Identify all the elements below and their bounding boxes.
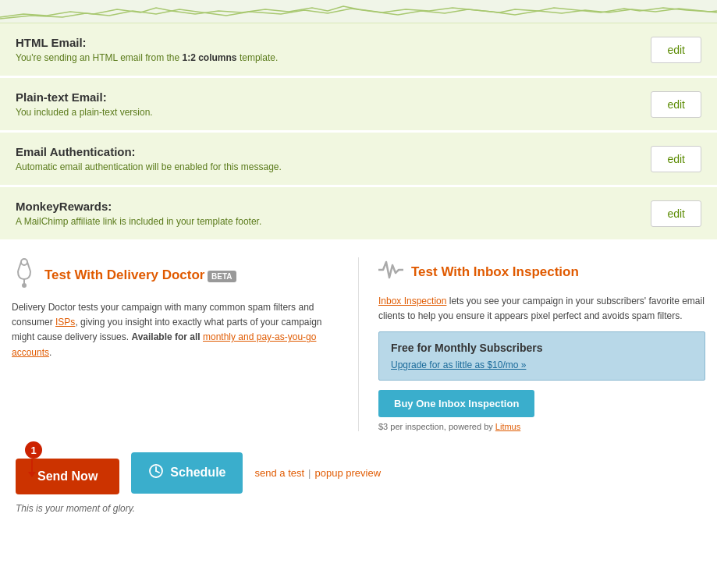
powered-by-text: $3 per inspection, powered by Litmus bbox=[378, 422, 705, 431]
delivery-doctor-desc: Delivery Doctor tests your campaign with… bbox=[12, 300, 339, 360]
inbox-inspection-desc: Inbox Inspection lets you see your campa… bbox=[378, 294, 705, 324]
email-auth-row: Email Authentication: Automatic email au… bbox=[0, 133, 717, 187]
svg-point-0 bbox=[21, 259, 27, 265]
html-email-edit-button[interactable]: edit bbox=[651, 37, 701, 63]
badge-arrow bbox=[31, 459, 33, 473]
send-now-wrapper: 1 Send Now bbox=[16, 451, 119, 494]
inbox-inspection-link[interactable]: Inbox Inspection bbox=[378, 296, 446, 306]
action-bar: 1 Send Now Schedule send a test | popup … bbox=[0, 439, 717, 498]
inbox-inspection-header: Test With Inbox Inspection bbox=[378, 257, 705, 286]
monkey-rewards-edit-button[interactable]: edit bbox=[651, 200, 701, 227]
action-links: send a test | popup preview bbox=[254, 467, 381, 479]
inbox-inspection-icon bbox=[378, 257, 403, 286]
delivery-doctor-header: Test With Delivery Doctor BETA bbox=[12, 257, 339, 292]
monkey-rewards-content: MonkeyRewards: A MailChimp affiliate lin… bbox=[16, 200, 261, 227]
top-decorative-bar bbox=[0, 0, 717, 23]
section-divider bbox=[358, 257, 359, 431]
inbox-free-box: Free for Monthly Subscribers Upgrade for… bbox=[378, 331, 705, 381]
delivery-doctor-title: Test With Delivery Doctor bbox=[44, 267, 204, 282]
popup-preview-link[interactable]: popup preview bbox=[314, 467, 381, 479]
glory-text: This is your moment of glory. bbox=[0, 498, 717, 526]
delivery-doctor-col: Test With Delivery Doctor BETA Delivery … bbox=[12, 257, 339, 431]
email-auth-desc: Automatic email authentication will be e… bbox=[16, 161, 282, 172]
info-sections: HTML Email: You're sending an HTML email… bbox=[0, 23, 717, 242]
litmus-link[interactable]: Litmus bbox=[495, 422, 520, 431]
email-auth-edit-button[interactable]: edit bbox=[651, 146, 701, 172]
plaintext-email-edit-button[interactable]: edit bbox=[651, 91, 701, 118]
svg-line-7 bbox=[156, 471, 159, 473]
monkey-rewards-title: MonkeyRewards: bbox=[16, 200, 261, 213]
beta-badge: BETA bbox=[208, 271, 236, 282]
svg-line-2 bbox=[27, 262, 30, 271]
schedule-button[interactable]: Schedule bbox=[131, 452, 243, 494]
inbox-inspection-col: Test With Inbox Inspection Inbox Inspect… bbox=[378, 257, 705, 431]
test-section: Test With Delivery Doctor BETA Delivery … bbox=[0, 242, 717, 439]
upgrade-link[interactable]: Upgrade for as little as $10/mo » bbox=[391, 360, 526, 370]
inbox-inspection-title: Test With Inbox Inspection bbox=[411, 264, 579, 280]
delivery-doctor-title-group: Test With Delivery Doctor BETA bbox=[44, 267, 236, 283]
delivery-doctor-icon bbox=[12, 257, 37, 292]
buy-inbox-inspection-button[interactable]: Buy One Inbox Inspection bbox=[378, 390, 534, 417]
monkey-rewards-row: MonkeyRewards: A MailChimp affiliate lin… bbox=[0, 187, 717, 242]
send-test-link[interactable]: send a test bbox=[254, 467, 304, 479]
html-email-desc: You're sending an HTML email from the 1:… bbox=[16, 52, 278, 63]
plaintext-email-row: Plain-text Email: You included a plain-t… bbox=[0, 78, 717, 133]
svg-point-4 bbox=[22, 283, 27, 288]
action-links-separator: | bbox=[308, 467, 311, 479]
html-email-title: HTML Email: bbox=[16, 36, 278, 49]
isps-link[interactable]: ISPs bbox=[55, 317, 75, 328]
svg-line-1 bbox=[18, 262, 21, 271]
send-badge: 1 bbox=[25, 441, 42, 459]
schedule-label: Schedule bbox=[170, 466, 225, 480]
monkey-rewards-desc: A MailChimp affiliate link is included i… bbox=[16, 216, 261, 227]
email-auth-content: Email Authentication: Automatic email au… bbox=[16, 145, 282, 172]
html-email-row: HTML Email: You're sending an HTML email… bbox=[0, 23, 717, 78]
plaintext-email-desc: You included a plain-text version. bbox=[16, 107, 153, 118]
html-email-content: HTML Email: You're sending an HTML email… bbox=[16, 36, 278, 63]
email-auth-title: Email Authentication: bbox=[16, 145, 282, 158]
plaintext-email-content: Plain-text Email: You included a plain-t… bbox=[16, 90, 153, 118]
plaintext-email-title: Plain-text Email: bbox=[16, 90, 153, 104]
schedule-icon bbox=[148, 463, 164, 483]
inbox-free-title: Free for Monthly Subscribers bbox=[391, 342, 693, 354]
